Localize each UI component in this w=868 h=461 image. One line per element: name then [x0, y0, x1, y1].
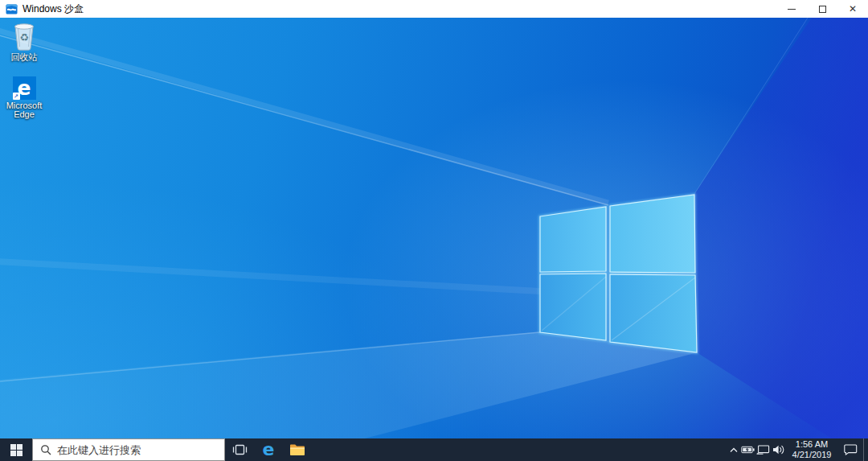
edge-icon: e — [263, 438, 275, 461]
action-center-icon — [843, 444, 858, 455]
desktop-icon-recycle-bin[interactable]: ♻ 回收站 — [2, 22, 47, 62]
battery-tray-button[interactable] — [740, 438, 755, 461]
titlebar[interactable]: Windows 沙盒 ✕ — [0, 0, 868, 18]
search-icon — [40, 444, 51, 455]
clock-date: 4/21/2019 — [786, 450, 837, 460]
chevron-up-icon — [730, 447, 738, 453]
windows-sandbox-app-icon — [6, 3, 18, 15]
file-explorer-icon — [289, 443, 305, 456]
network-tray-button[interactable] — [755, 438, 771, 461]
network-icon — [756, 445, 770, 455]
file-explorer-button[interactable] — [283, 438, 312, 461]
task-view-icon — [232, 443, 248, 456]
taskbar-edge-button[interactable]: e — [254, 438, 283, 461]
edge-label: Microsoft Edge — [2, 101, 47, 119]
volume-tray-button[interactable] — [771, 438, 786, 461]
search-input[interactable] — [57, 444, 217, 456]
close-icon: ✕ — [849, 3, 857, 14]
close-button[interactable]: ✕ — [837, 0, 868, 18]
show-hidden-icons-button[interactable] — [727, 438, 740, 461]
edge-icon: e ↗ — [13, 76, 36, 100]
window-controls: ✕ — [776, 0, 868, 18]
taskbar: e — [0, 438, 868, 461]
system-tray: 1:56 AM 4/21/2019 — [727, 438, 868, 461]
desktop-icon-microsoft-edge[interactable]: e ↗ Microsoft Edge — [2, 76, 47, 119]
taskbar-search[interactable] — [32, 438, 225, 461]
shortcut-arrow-icon: ↗ — [13, 93, 20, 100]
recycle-bin-icon: ♻ — [10, 22, 39, 51]
show-desktop-button[interactable] — [863, 438, 868, 461]
recycle-symbol-icon: ♻ — [10, 32, 39, 43]
recycle-bin-label: 回收站 — [11, 53, 38, 62]
window-title: Windows 沙盒 — [23, 0, 84, 18]
task-view-button[interactable] — [225, 438, 254, 461]
clock-time: 1:56 AM — [786, 439, 837, 450]
minimize-icon — [788, 9, 796, 10]
battery-icon — [741, 446, 755, 454]
action-center-button[interactable] — [837, 438, 863, 461]
wallpaper-dark-wedge — [0, 18, 868, 438]
desktop[interactable]: ♻ 回收站 e ↗ Microsoft Edge — [0, 18, 868, 438]
wallpaper-light-beam — [0, 18, 868, 438]
minimize-button[interactable] — [776, 0, 807, 18]
start-button[interactable] — [0, 438, 32, 461]
maximize-icon — [819, 6, 826, 13]
wallpaper-windows-logo — [0, 18, 868, 438]
taskbar-clock[interactable]: 1:56 AM 4/21/2019 — [786, 438, 837, 461]
windows-start-icon — [10, 444, 23, 456]
volume-icon — [772, 445, 785, 455]
windows-sandbox-window: Windows 沙盒 ✕ — [0, 0, 868, 461]
maximize-button[interactable] — [807, 0, 837, 18]
